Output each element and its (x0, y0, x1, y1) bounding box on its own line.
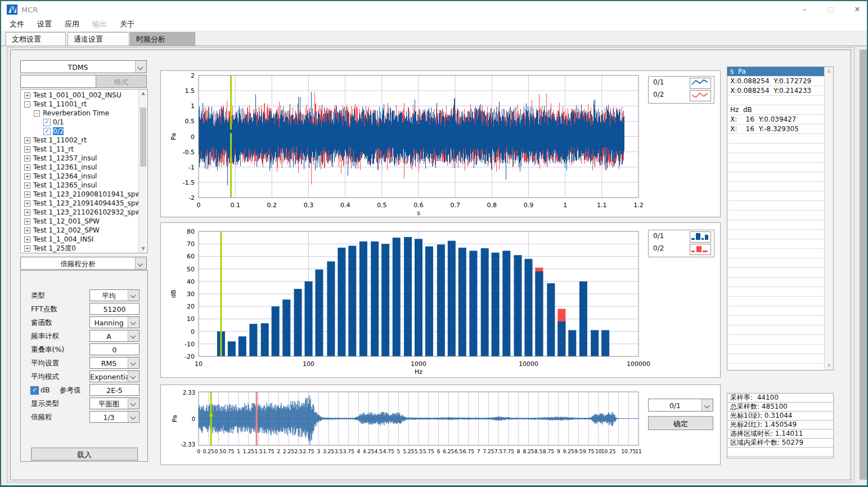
right-scroll-strip[interactable] (860, 50, 867, 480)
chevron-down-icon[interactable] (128, 290, 139, 301)
tree-item[interactable]: +Test 1_12361_insul (21, 163, 138, 172)
collapse-icon[interactable]: - (34, 110, 40, 117)
expand-icon[interactable]: + (24, 92, 30, 99)
search-input[interactable] (20, 75, 96, 88)
menu-item-1[interactable]: 文件 (8, 17, 25, 32)
chevron-down-icon[interactable] (128, 371, 139, 382)
tab-2[interactable]: 通道设置 (68, 32, 129, 46)
file-format-select[interactable]: TDMS (20, 60, 147, 73)
tree-item[interactable]: +Test 1_123_211026102932_spw (21, 208, 138, 217)
chevron-down-icon[interactable] (128, 317, 139, 328)
expand-icon[interactable]: + (24, 236, 30, 243)
chevron-down-icon[interactable] (135, 257, 146, 269)
expand-icon[interactable]: + (24, 191, 30, 198)
maximize-button[interactable]: ▢ (821, 3, 840, 16)
expand-icon[interactable]: + (24, 209, 30, 216)
chevron-down-icon[interactable] (701, 399, 713, 411)
tree-item-label[interactable]: Test 1_12361_insul (33, 163, 97, 171)
octave-spectrum-chart[interactable]: 80706050403020100-10-2010100100010000100… (160, 222, 721, 378)
expand-icon[interactable]: + (24, 173, 30, 180)
readout-scrollbar[interactable]: ▲ ▼ (824, 67, 833, 370)
tree-item[interactable]: +Test 1_12365_insul (21, 181, 138, 190)
tree-item[interactable]: +Test 1_123_210908101941_spw (21, 190, 138, 199)
readout-row[interactable]: X:0.088254 Y:0.172729 (727, 77, 824, 86)
collapse-icon[interactable]: - (24, 101, 30, 108)
legend-entry-0/1[interactable]: 0/1 (649, 77, 714, 89)
expand-icon[interactable]: + (24, 146, 30, 153)
field-select-4[interactable]: A (89, 330, 140, 342)
readout-row[interactable]: Hz dB (727, 105, 824, 115)
tree-item-label[interactable]: Test 1_12_001_SPW (33, 217, 100, 225)
expand-icon[interactable]: + (24, 182, 30, 189)
time-waveform-chart[interactable]: 21.510.50-0.5-1-1.5-200.10.20.30.40.50.6… (160, 70, 721, 217)
field-select-6[interactable]: RMS (89, 357, 140, 369)
readout-row[interactable]: X: 16 Y:0.039427 (727, 115, 824, 124)
tree-item[interactable]: ✓0/1 (21, 118, 138, 127)
tree-item[interactable]: +Test 1_12_002_SPW (21, 226, 138, 235)
tree-item-label[interactable]: Test 1_1_004_INSI (33, 235, 93, 243)
tree-item-label[interactable]: Test 1_123_210908101941_spw (33, 190, 138, 198)
scroll-up-icon[interactable]: ▲ (139, 90, 147, 97)
tree-item-label[interactable]: Test 1_12357_insul (33, 154, 97, 162)
chevron-down-icon[interactable] (128, 330, 139, 341)
tree-item-label[interactable]: Test 1_25度0 (33, 244, 76, 252)
tree-item[interactable]: +Test 1_12364_insul (21, 172, 138, 181)
scroll-down-icon[interactable]: ▼ (139, 245, 147, 253)
tree-item[interactable]: +Test 1_11_rt (21, 145, 138, 154)
tree-item-label[interactable]: Test 1_001_001_002_INSU (33, 91, 122, 99)
analysis-type-select[interactable]: 倍频程分析 (20, 257, 147, 270)
db-checkbox[interactable]: ✓ (30, 386, 39, 395)
expand-icon[interactable]: + (24, 137, 30, 144)
tree-item-label[interactable]: Test 1_123_210914094435_spw (33, 199, 138, 207)
tree-scrollbar-thumb[interactable] (140, 108, 146, 167)
tree-item-label[interactable]: Test 1_123_211026102932_spw (33, 208, 138, 216)
minimize-button[interactable]: – (795, 3, 814, 16)
overview-waveform-chart[interactable]: 2.330-2.3300.250.50.7511.251.51.7522.252… (160, 385, 721, 465)
field-select-1[interactable]: 平均 (89, 289, 140, 301)
expand-icon[interactable]: + (24, 218, 30, 225)
expand-icon[interactable]: + (24, 227, 30, 234)
menu-item-3[interactable]: 应用 (64, 17, 80, 32)
tree-item-label[interactable]: Test 1_12365_insul (33, 181, 97, 189)
field-input-2[interactable]: 51200 (89, 303, 140, 315)
tree-item[interactable]: +Test 1_12357_insul (21, 154, 138, 163)
checkbox-checked[interactable]: ✓ (43, 128, 51, 135)
chevron-down-icon[interactable] (135, 61, 146, 73)
reference-value-input[interactable]: 2E-5 (89, 384, 140, 396)
expand-icon[interactable]: + (24, 200, 30, 207)
readout-row[interactable]: X: 16 Y:-8.329305 (727, 124, 824, 134)
scroll-up-icon[interactable]: ▲ (825, 67, 833, 75)
legend-entry-0/2[interactable]: 0/2 (649, 89, 714, 101)
field-input-5[interactable]: 0 (89, 343, 140, 355)
readout-row[interactable]: X:0.088254 Y:0.214233 (727, 86, 824, 96)
expand-icon[interactable]: + (24, 155, 30, 162)
tab-1[interactable]: 文档设置 (6, 32, 66, 46)
load-button[interactable]: 载入 (31, 448, 138, 461)
tree-item[interactable]: +Test 1_25度0 (21, 244, 138, 253)
checkbox-checked[interactable]: ✓ (43, 119, 51, 126)
field-select-10[interactable]: 1/3 (89, 411, 140, 423)
chevron-down-icon[interactable] (128, 398, 139, 409)
field-select-7[interactable]: Exponential (89, 370, 140, 382)
channel-select[interactable]: 0/1 (648, 399, 713, 412)
tree-item-label[interactable]: Test 1_12364_insul (33, 172, 97, 180)
confirm-button[interactable]: 确定 (648, 416, 713, 430)
tree-item[interactable]: +Test 1_1_004_INSI (21, 235, 138, 244)
tree-item-label[interactable]: 0/2 (53, 127, 64, 135)
readout-row[interactable] (727, 96, 824, 105)
tree-item[interactable]: +Test 1_12_001_SPW (21, 217, 138, 226)
legend-entry-0/2[interactable]: 0/2 (649, 243, 714, 255)
chevron-down-icon[interactable] (128, 412, 139, 422)
chevron-down-icon[interactable] (128, 358, 139, 368)
field-select-3[interactable]: Hanning (89, 316, 140, 328)
format-button[interactable]: 格式 (96, 75, 147, 88)
menu-item-2[interactable]: 设置 (36, 17, 53, 32)
field-select-9[interactable]: 平面图 (89, 397, 140, 409)
readout-header[interactable]: s Pa (727, 67, 824, 77)
tree-item-label[interactable]: Test 1_11002_rt (33, 136, 87, 144)
menu-item-5[interactable]: 关于 (119, 17, 136, 32)
tree-item-label[interactable]: Test 1_11001_rt (33, 100, 87, 108)
tree-item[interactable]: -Reverberation Time (21, 109, 138, 118)
tree-item[interactable]: ✓0/2 (21, 127, 138, 136)
expand-icon[interactable]: + (24, 164, 30, 171)
